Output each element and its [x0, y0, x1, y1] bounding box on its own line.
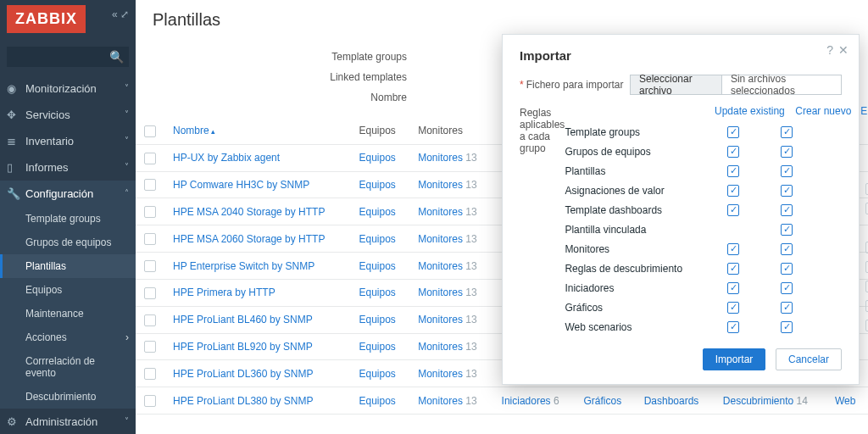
rule-name: Gráficos: [565, 302, 709, 314]
subnav-plantillas[interactable]: Plantillas: [0, 254, 136, 278]
rule-checkbox[interactable]: ✓: [781, 263, 793, 275]
nav-icon: ≣: [7, 135, 16, 147]
search-input[interactable]: 🔍: [7, 47, 129, 67]
chevron-icon: ˅: [125, 109, 129, 119]
rules-label: Reglas aplicables a cada grupo: [520, 105, 565, 337]
nav-icon: ▯: [7, 161, 13, 174]
rule-name: Reglas de descubrimiento: [565, 263, 709, 275]
rule-checkbox[interactable]: ✓: [727, 282, 739, 294]
subnav-equipos[interactable]: Equipos: [0, 278, 136, 302]
cancel-button[interactable]: Cancelar: [776, 348, 842, 370]
nav-servicios[interactable]: ✥Servicios˅: [0, 102, 136, 128]
help-icon[interactable]: ?: [826, 43, 833, 57]
modal-title: Importar: [520, 48, 842, 63]
rule-checkbox[interactable]: ✓: [781, 165, 793, 177]
rule-name: Asignaciones de valor: [565, 185, 709, 197]
rule-checkbox[interactable]: ✓: [781, 321, 793, 333]
file-input[interactable]: Seleccionar archivo Sin archivos selecci…: [630, 75, 842, 95]
nav-monitorización[interactable]: ◉Monitorización˅: [0, 75, 136, 102]
rule-name: Monitores: [565, 243, 709, 255]
rule-checkbox[interactable]: ✓: [781, 243, 793, 255]
close-icon[interactable]: ✕: [838, 43, 849, 57]
subnav-descubrimiento[interactable]: Descubrimiento: [0, 385, 136, 409]
hdr-update: Update existing: [709, 105, 790, 117]
chevron-icon: ˅: [125, 136, 129, 145]
collapse-icon[interactable]: « ⤢: [112, 8, 129, 20]
hdr-delete: Eliminar faltante: [856, 105, 868, 117]
hdr-create: Crear nuevo: [790, 105, 856, 117]
subnav-maintenance[interactable]: Maintenance: [0, 302, 136, 326]
sidebar: ZABBIX « ⤢ 🔍 ◉Monitorización˅✥Servicios˅…: [0, 0, 136, 434]
rule-checkbox[interactable]: ✓: [781, 126, 793, 138]
subnav-grupos-de-equipos[interactable]: Grupos de equipos: [0, 231, 136, 254]
subnav-acciones[interactable]: Acciones›: [0, 326, 136, 349]
rule-checkbox[interactable]: ✓: [727, 126, 739, 138]
rule-checkbox[interactable]: ✓: [781, 224, 793, 236]
rule-checkbox[interactable]: ✓: [781, 146, 793, 158]
file-label: Fichero para importar: [526, 79, 624, 91]
chevron-icon: ˅: [125, 83, 129, 92]
nav-icon: ✥: [7, 108, 16, 121]
nav-configuración[interactable]: 🔧Configuración˄: [0, 181, 136, 207]
rule-checkbox[interactable]: ✓: [727, 321, 739, 333]
import-modal: ? ✕ Importar *Fichero para importar Sele…: [502, 34, 860, 385]
rule-name: Template groups: [565, 126, 709, 138]
rule-checkbox[interactable]: ✓: [781, 204, 793, 216]
rule-name: Iniciadores: [565, 282, 709, 294]
brand-logo[interactable]: ZABBIX: [7, 5, 86, 33]
nav-informes[interactable]: ▯Informes˅: [0, 154, 136, 181]
chevron-icon: ˅: [125, 416, 129, 426]
main-content: Plantillas Template groups Linked templa…: [136, 0, 868, 434]
file-status-text: Sin archivos seleccionados: [722, 73, 841, 97]
rule-checkbox[interactable]: ✓: [727, 243, 739, 255]
subnav-corrrelación-de-evento[interactable]: Corrrelación de evento: [0, 349, 136, 385]
nav-icon: ◉: [7, 82, 16, 95]
rule-checkbox[interactable]: ✓: [727, 204, 739, 216]
rule-name: Plantillas: [565, 165, 709, 177]
search-icon: 🔍: [109, 50, 124, 64]
chevron-icon: ˅: [125, 162, 129, 171]
subnav-template-groups[interactable]: Template groups: [0, 207, 136, 231]
rule-checkbox[interactable]: ✓: [781, 185, 793, 197]
rule-checkbox[interactable]: ✓: [727, 146, 739, 158]
nav-inventario[interactable]: ≣Inventario˅: [0, 128, 136, 154]
rule-checkbox[interactable]: ✓: [727, 185, 739, 197]
rule-name: Plantilla vinculada: [565, 224, 709, 236]
rule-checkbox[interactable]: ✓: [727, 263, 739, 275]
rule-checkbox[interactable]: ✓: [727, 165, 739, 177]
chevron-icon: ˄: [125, 188, 129, 198]
nav-icon: 🔧: [7, 187, 20, 200]
nav-administración[interactable]: ⚙Administración˅: [0, 409, 136, 434]
nav-icon: ⚙: [7, 415, 17, 428]
rule-name: Web scenarios: [565, 321, 709, 333]
rule-checkbox[interactable]: ✓: [781, 302, 793, 314]
rule-checkbox[interactable]: ✓: [727, 302, 739, 314]
rule-checkbox[interactable]: ✓: [781, 282, 793, 294]
rule-name: Grupos de equipos: [565, 146, 709, 158]
rule-name: Template dashboards: [565, 204, 709, 216]
import-button[interactable]: Importar: [703, 348, 766, 370]
file-choose-button[interactable]: Seleccionar archivo: [631, 75, 722, 94]
